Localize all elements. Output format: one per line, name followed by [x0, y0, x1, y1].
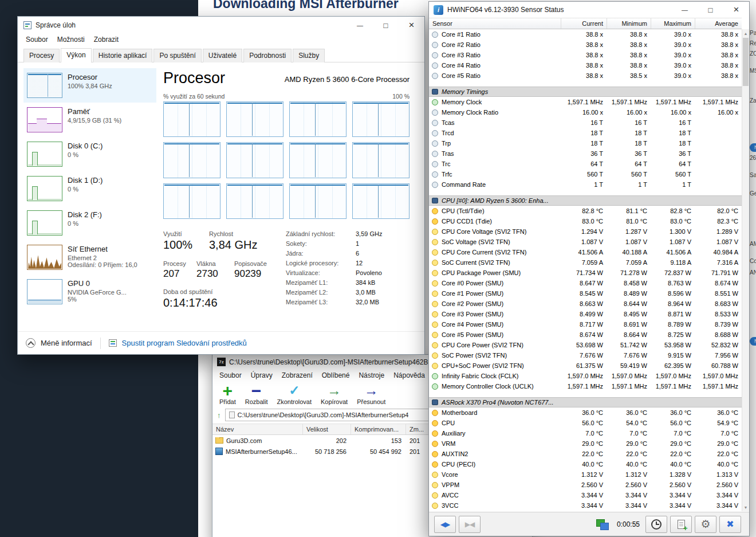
sensor-row[interactable]: CPU+SoC Power (SVI2 TFN) 61.375 W 59.419… — [429, 360, 742, 371]
performance-sidebar-item[interactable]: Paměť 4,9/15,9 GB (31 %) — [23, 103, 156, 137]
maximize-button[interactable] — [373, 17, 399, 34]
menu-item[interactable]: Zobrazit — [89, 34, 123, 45]
performance-sidebar-item[interactable]: Disk 1 (D:) 0 % — [23, 171, 156, 206]
menu-item[interactable]: Možnosti — [53, 34, 89, 45]
sensor-row[interactable]: Infinity Fabric Clock (FCLK) 1,597.0 MHz… — [429, 371, 742, 381]
resource-monitor-link[interactable]: Spustit program Sledování prostředků — [122, 339, 247, 347]
column-header[interactable]: Velikost — [303, 424, 351, 434]
sensor-row[interactable] — [429, 190, 742, 195]
close-button[interactable] — [399, 17, 424, 34]
tab[interactable]: Po spuštění — [153, 49, 201, 62]
close-sensors-button[interactable] — [719, 516, 741, 533]
folder-up-icon[interactable] — [217, 411, 221, 420]
sensor-row[interactable]: Core #2 Power (SMU) 8.663 W 8.644 W 8.96… — [429, 299, 742, 309]
sensor-row[interactable]: Vcore 1.312 V 1.312 V 1.328 V 1.313 V — [429, 469, 742, 480]
report-button[interactable] — [670, 516, 692, 533]
task-manager-titlebar[interactable]: Správce úloh — [18, 17, 424, 34]
tab[interactable]: Historie aplikací — [93, 49, 153, 62]
sensor-row[interactable]: AUXTIN2 22.0 °C 22.0 °C 22.0 °C 22.0 °C — [429, 449, 742, 459]
sensor-row[interactable] — [429, 391, 742, 397]
sensor-row[interactable]: SoC Voltage (SVI2 TFN) 1.087 V 1.087 V 1… — [429, 237, 742, 247]
settings-button[interactable] — [695, 516, 716, 533]
page-button-fragment[interactable]: Ne — [750, 337, 756, 346]
column-sensor[interactable]: Sensor — [429, 18, 561, 29]
column-average[interactable]: Average — [695, 18, 742, 29]
scroll-down-icon[interactable] — [742, 503, 749, 511]
page-button-fragment[interactable]: Ne — [750, 143, 756, 152]
sensor-row[interactable]: Motherboard 36.0 °C 36.0 °C 36.0 °C 36.0… — [429, 407, 742, 418]
sensor-row[interactable]: Memory Timings — [429, 87, 742, 97]
sensor-row[interactable]: CPU 56.0 °C 54.0 °C 56.0 °C 54.9 °C — [429, 418, 742, 428]
sensor-row[interactable]: Core #3 Power (SMU) 8.499 W 8.495 W 8.87… — [429, 309, 742, 319]
sensor-row[interactable]: CPU (PECI) 40.0 °C 40.0 °C 40.0 °C 40.0 … — [429, 459, 742, 469]
sensor-row[interactable]: VPPM 2.560 V 2.560 V 2.560 V 2.560 V — [429, 480, 742, 490]
sensor-row[interactable] — [429, 81, 742, 87]
maximize-button[interactable] — [698, 2, 723, 18]
sensor-row[interactable]: CPU (Tctl/Tdie) 82.8 °C 81.1 °C 82.8 °C … — [429, 206, 742, 216]
tab[interactable]: Výkon — [61, 48, 91, 62]
column-current[interactable]: Current — [561, 18, 607, 29]
performance-sidebar-item[interactable]: Síť Ethernet Ethernet 2 Odesílání: 0 Pří… — [23, 240, 156, 275]
sensor-row[interactable]: Core #4 Power (SMU) 8.717 W 8.691 W 8.78… — [429, 319, 742, 330]
sensor-row[interactable]: Core #3 Ratio 38.8 x 38.8 x 39.0 x 38.8 … — [429, 50, 742, 60]
column-minimum[interactable]: Minimum — [607, 18, 651, 29]
sensors-windows-icon[interactable] — [595, 518, 610, 531]
sensor-row[interactable]: Tras 36 T 36 T 36 T — [429, 148, 742, 159]
sensor-row[interactable]: Memory Clock 1,597.1 MHz 1,597.1 MHz 1,5… — [429, 97, 742, 107]
performance-sidebar-item[interactable]: Disk 0 (C:) 0 % — [23, 137, 156, 171]
sensor-row[interactable]: CPU Core Voltage (SVI2 TFN) 1.294 V 1.28… — [429, 226, 742, 237]
sensor-row[interactable]: CPU [#0]: AMD Ryzen 5 3600: Enha... — [429, 195, 742, 206]
sensor-row[interactable]: Memory Controller Clock (UCLK) 1,597.1 M… — [429, 381, 742, 391]
toolbar-button[interactable]: Přidat — [219, 383, 236, 405]
minimize-button[interactable] — [672, 2, 698, 18]
clock-button[interactable] — [645, 516, 667, 533]
toolbar-button[interactable]: Rozbalit — [245, 383, 268, 405]
toolbar-button[interactable]: Zkontrolovat — [277, 383, 312, 405]
sensor-row[interactable]: CPU Core Current (SVI2 TFN) 41.506 A 40.… — [429, 247, 742, 257]
sensor-row[interactable]: CPU CCD1 (Tdie) 83.0 °C 81.0 °C 83.0 °C … — [429, 216, 742, 226]
performance-sidebar-item[interactable]: GPU 0 NVIDIA GeForce G... 5% — [23, 275, 156, 309]
sensor-row[interactable]: ASRock X370 Pro4 (Nuvoton NCT677... — [429, 397, 742, 407]
tab[interactable]: Podrobnosti — [243, 49, 292, 62]
sensor-row[interactable]: CPU Package Power (SMU) 71.734 W 71.278 … — [429, 268, 742, 278]
sensor-row[interactable]: Trp 18 T 18 T 18 T — [429, 138, 742, 148]
column-maximum[interactable]: Maximum — [651, 18, 695, 29]
menu-item[interactable]: Soubor — [21, 34, 53, 45]
sensor-row[interactable]: Core #1 Power (SMU) 8.545 W 8.489 W 8.59… — [429, 288, 742, 299]
menu-item[interactable]: Nápověda — [389, 370, 430, 381]
column-header[interactable]: Komprimovan... — [351, 424, 406, 434]
menu-item[interactable]: Zobrazení — [277, 370, 317, 381]
menu-item[interactable]: Soubor — [215, 370, 246, 381]
sensor-row[interactable]: VRM 29.0 °C 29.0 °C 29.0 °C 29.0 °C — [429, 438, 742, 449]
toolbar-button[interactable]: Kopírovat — [321, 383, 348, 405]
scroll-up-icon[interactable] — [742, 29, 749, 37]
menu-item[interactable]: Nástroje — [354, 370, 389, 381]
scrollbar[interactable] — [742, 29, 749, 511]
sensor-row[interactable]: Core #1 Ratio 38.8 x 38.8 x 39.0 x 38.8 … — [429, 29, 742, 40]
sensor-row[interactable]: Command Rate 1 T 1 T 1 T — [429, 179, 742, 190]
tab[interactable]: Uživatelé — [203, 49, 242, 62]
sensor-row[interactable]: Trcd 18 T 18 T 18 T — [429, 128, 742, 138]
sensor-row[interactable]: SoC Current (SVI2 TFN) 7.059 A 7.059 A 9… — [429, 257, 742, 268]
column-header[interactable]: Název — [212, 424, 303, 434]
sensor-row[interactable]: Tcas 16 T 16 T 16 T — [429, 117, 742, 128]
sensor-row[interactable]: Auxiliary 7.0 °C 7.0 °C 7.0 °C 7.0 °C — [429, 428, 742, 438]
menu-item[interactable]: Úpravy — [246, 370, 277, 381]
scrollbar-thumb[interactable] — [743, 38, 749, 86]
less-info-button[interactable]: Méně informací — [41, 339, 92, 347]
sensor-row[interactable]: CPU Core Power (SVI2 TFN) 53.698 W 51.74… — [429, 340, 742, 350]
close-button[interactable] — [723, 2, 749, 18]
menu-item[interactable]: Oblíbené — [317, 370, 355, 381]
sensor-row[interactable]: Trfc 560 T 560 T 560 T — [429, 169, 742, 179]
performance-sidebar-item[interactable]: Procesor 100% 3,84 GHz — [23, 68, 156, 103]
sensor-row[interactable]: Core #0 Power (SMU) 8.647 W 8.458 W 8.76… — [429, 278, 742, 288]
sensor-row[interactable]: Core #2 Ratio 38.8 x 38.8 x 39.0 x 38.8 … — [429, 40, 742, 50]
nav-arrows-disabled-button[interactable] — [459, 516, 481, 533]
performance-sidebar-item[interactable]: Disk 2 (F:) 0 % — [23, 206, 156, 240]
sensor-row[interactable]: Core #5 Power (SMU) 8.674 W 8.664 W 8.72… — [429, 330, 742, 340]
toolbar-button[interactable]: Přesunout — [357, 383, 385, 405]
hwinfo-titlebar[interactable]: HWiNFO64 v6.12-3930 Sensor Status — [429, 2, 749, 18]
sensor-row[interactable]: AVCC 3.344 V 3.344 V 3.344 V 3.344 V — [429, 490, 742, 500]
tab[interactable]: Procesy — [23, 49, 60, 62]
tab[interactable]: Služby — [293, 49, 325, 62]
